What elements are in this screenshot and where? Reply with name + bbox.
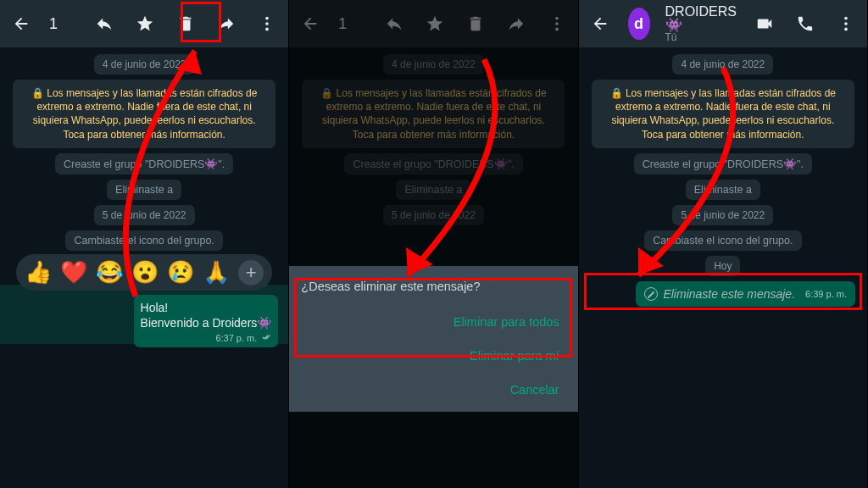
reaction-heart[interactable]: ❤️ xyxy=(60,259,87,286)
svg-point-8 xyxy=(844,17,848,20)
reaction-more-icon[interactable]: + xyxy=(238,260,264,286)
star-button[interactable] xyxy=(132,11,158,36)
reply-button[interactable] xyxy=(92,11,117,36)
screenshot-step-3: d DROIDERS👾 Tú 4 de junio de 2022 🔒 Los … xyxy=(579,0,868,488)
svg-point-9 xyxy=(844,22,848,25)
annotation-arrow xyxy=(357,51,526,288)
annotation-highlight-box xyxy=(294,278,572,358)
screenshot-step-1: 1 4 de junio de 2022 🔒 Los mensajes y la… xyxy=(0,0,289,488)
back-button[interactable] xyxy=(8,11,34,36)
svg-point-2 xyxy=(265,28,269,31)
video-call-button[interactable] xyxy=(752,11,777,36)
screenshot-step-2: 1 4 de junio de 2022 🔒 Los mensajes y la… xyxy=(289,0,578,488)
svg-point-0 xyxy=(265,17,269,20)
double-check-icon xyxy=(259,332,271,344)
chat-topbar[interactable]: d DROIDERS👾 Tú xyxy=(579,0,867,47)
selection-count: 1 xyxy=(49,15,76,33)
reaction-thumbs-up[interactable]: 👍 xyxy=(25,259,52,286)
back-button[interactable] xyxy=(587,11,613,36)
group-name[interactable]: DROIDERS👾 xyxy=(665,5,737,32)
message-text: Bienvenido a Droiders👾 xyxy=(141,316,272,330)
group-avatar[interactable]: d xyxy=(628,8,650,40)
group-subtitle: Tú xyxy=(665,32,737,42)
more-button[interactable] xyxy=(833,11,859,36)
svg-point-1 xyxy=(265,22,269,25)
svg-point-10 xyxy=(844,28,848,31)
more-button[interactable] xyxy=(254,11,280,36)
voice-call-button[interactable] xyxy=(793,11,818,36)
cancel-button[interactable]: Cancelar xyxy=(301,373,565,407)
message-time: 6:37 p. m. xyxy=(215,333,257,343)
annotation-arrow xyxy=(102,34,237,305)
annotation-arrow xyxy=(604,59,757,288)
